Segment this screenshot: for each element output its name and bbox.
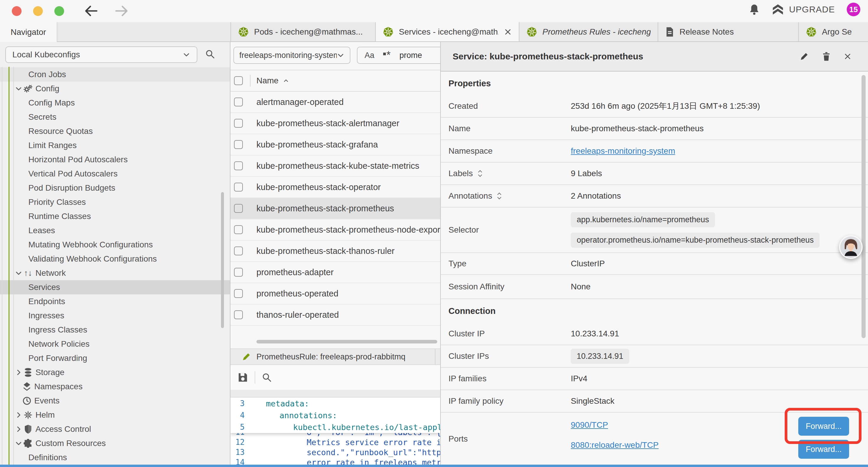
- tab-pods-icecheng-mathmas[interactable]: Pods - icecheng@mathmas...: [230, 22, 376, 41]
- save-icon[interactable]: [238, 372, 248, 383]
- tree-item-endpoints[interactable]: Endpoints: [0, 294, 230, 309]
- service-row-kube-prometheus-stack-thanos-ruler[interactable]: kube-prometheus-stack-thanos-ruler: [230, 241, 440, 262]
- close-icon[interactable]: [504, 28, 512, 36]
- tree-item-ingress-classes[interactable]: Ingress Classes: [0, 323, 230, 337]
- forward-button-9090-tcp[interactable]: Forward...: [798, 417, 849, 436]
- tree-item-events[interactable]: Events: [0, 394, 230, 408]
- tree-item-helm[interactable]: Helm: [0, 408, 230, 422]
- tree-item-secrets[interactable]: Secrets: [0, 110, 230, 124]
- service-row-kube-prometheus-stack-alertmanager[interactable]: kube-prometheus-stack-alertmanager: [230, 113, 440, 134]
- upgrade-button[interactable]: UPGRADE: [771, 4, 835, 16]
- tree-item-limit-ranges[interactable]: Limit Ranges: [0, 138, 230, 152]
- tree-item-leases[interactable]: Leases: [0, 224, 230, 238]
- notification-badge[interactable]: 15: [847, 3, 860, 16]
- bell-icon[interactable]: [749, 4, 760, 16]
- tree-item-vertical-pod-autoscalers[interactable]: Vertical Pod Autoscalers: [0, 167, 230, 181]
- row-checkbox[interactable]: [234, 289, 243, 298]
- minimize-window-button[interactable]: [33, 6, 43, 16]
- name-column-header[interactable]: Name: [256, 76, 279, 85]
- chevron-down-icon[interactable]: [15, 85, 23, 92]
- tab-services-icecheng-math[interactable]: Services - icecheng@math...: [376, 22, 519, 41]
- chevron-down-icon[interactable]: [15, 269, 23, 277]
- row-checkbox[interactable]: [234, 119, 243, 128]
- namespace-select[interactable]: freeleaps-monitoring-system: [234, 47, 350, 64]
- zoom-window-button[interactable]: [54, 6, 64, 16]
- service-row-kube-prometheus-stack-grafana[interactable]: kube-prometheus-stack-grafana: [230, 134, 440, 155]
- tree-item-network-policies[interactable]: Network Policies: [0, 337, 230, 351]
- tree-item-config-maps[interactable]: Config Maps: [0, 96, 230, 110]
- tree-item-definitions[interactable]: Definitions: [0, 450, 230, 465]
- tree-item-ingresses[interactable]: Ingresses: [0, 309, 230, 323]
- chevron-down-icon[interactable]: [15, 439, 23, 447]
- edit-icon[interactable]: [800, 52, 809, 61]
- detail-scrollbar[interactable]: [862, 75, 866, 338]
- service-row-thanos-ruler-operated[interactable]: thanos-ruler-operated: [230, 304, 440, 326]
- tree-item-custom-resources[interactable]: Custom Resources: [0, 436, 230, 450]
- tree-item-pod-disruption-budgets[interactable]: Pod Disruption Budgets: [0, 181, 230, 195]
- back-arrow-icon[interactable]: [85, 5, 98, 17]
- forward-button-8080-reloader-web-tcp[interactable]: Forward...: [798, 440, 849, 459]
- delete-icon[interactable]: [822, 52, 831, 61]
- yaml-editor[interactable]: 3metadata:4annotations:5kubectl.kubernet…: [230, 398, 440, 465]
- editor-link[interactable]: https://net: [422, 448, 440, 457]
- tab-prometheus-rules-icecheng[interactable]: Prometheus Rules - icecheng...: [519, 22, 658, 41]
- forward-arrow-icon[interactable]: [115, 5, 128, 17]
- tree-item-priority-classes[interactable]: Priority Classes: [0, 195, 230, 209]
- service-row-prometheus-operated[interactable]: prometheus-operated: [230, 283, 440, 304]
- port-link-9090-tcp[interactable]: 9090/TCP: [571, 420, 608, 430]
- row-checkbox[interactable]: [234, 225, 243, 234]
- tree-item-access-control[interactable]: Access Control: [0, 422, 230, 436]
- row-checkbox[interactable]: [234, 140, 243, 149]
- service-row-kube-prometheus-stack-prometheus-node-exporter[interactable]: kube-prometheus-stack-prometheus-node-ex…: [230, 219, 440, 241]
- tree-item-network[interactable]: ↑↓Network: [0, 266, 230, 280]
- row-checkbox[interactable]: [234, 268, 243, 276]
- close-icon[interactable]: [844, 53, 851, 60]
- close-window-button[interactable]: [12, 6, 22, 16]
- tree-item-services[interactable]: Services: [0, 280, 230, 294]
- sort-icon[interactable]: [496, 192, 502, 200]
- sidebar-search-icon[interactable]: [205, 49, 215, 59]
- row-checkbox[interactable]: [234, 183, 243, 192]
- select-all-checkbox[interactable]: [234, 76, 243, 85]
- row-checkbox[interactable]: [234, 310, 243, 319]
- port-link-8080-reloader-web-tcp[interactable]: 8080:reloader-web/TCP: [571, 440, 658, 450]
- tab-argo-se[interactable]: Argo Se: [799, 22, 868, 41]
- list-search-box[interactable]: Aa * prome: [357, 47, 440, 64]
- row-checkbox[interactable]: [234, 97, 243, 107]
- tree-item-horizontal-pod-autoscalers[interactable]: Horizontal Pod Autoscalers: [0, 152, 230, 167]
- sort-icon[interactable]: [477, 169, 483, 178]
- tree-item-mutating-webhook-configurations[interactable]: Mutating Webhook Configurations: [0, 238, 230, 252]
- sort-ascending-icon[interactable]: [283, 78, 289, 84]
- editor-search-icon[interactable]: [262, 372, 272, 382]
- regex-toggle[interactable]: *: [383, 52, 391, 58]
- chevron-right-icon[interactable]: [15, 425, 23, 433]
- service-row-prometheus-adapter[interactable]: prometheus-adapter: [230, 262, 440, 283]
- tree-item-namespaces[interactable]: Namespaces: [0, 380, 230, 394]
- tree-item-storage[interactable]: Storage: [0, 365, 230, 380]
- service-row-kube-prometheus-stack-kube-state-metrics[interactable]: kube-prometheus-stack-kube-state-metrics: [230, 155, 440, 177]
- tree-item-cron-jobs[interactable]: Cron Jobs: [0, 67, 230, 82]
- sidebar-scrollbar[interactable]: [221, 192, 224, 328]
- service-row-alertmanager-operated[interactable]: alertmanager-operated: [230, 92, 440, 113]
- row-checkbox[interactable]: [234, 204, 243, 213]
- tree-item-validating-webhook-configurations[interactable]: Validating Webhook Configurations: [0, 252, 230, 266]
- tree-item-runtime-classes[interactable]: Runtime Classes: [0, 209, 230, 224]
- assistant-avatar[interactable]: [839, 235, 863, 259]
- tree-item-config[interactable]: Config: [0, 82, 230, 96]
- namespace-link[interactable]: freeleaps-monitoring-system: [571, 146, 675, 156]
- tree-item-port-forwarding[interactable]: Port Forwarding: [0, 351, 230, 365]
- service-row-kube-prometheus-stack-operator[interactable]: kube-prometheus-stack-operator: [230, 177, 440, 198]
- horizontal-scrollbar[interactable]: [256, 340, 437, 344]
- editor-tab[interactable]: PrometheusRule: freeleaps-prod-rabbitmq: [230, 349, 435, 364]
- row-checkbox[interactable]: [234, 246, 243, 255]
- search-input[interactable]: prome: [399, 51, 422, 60]
- tab-release-notes[interactable]: Release Notes: [658, 22, 799, 41]
- editor-tab-partial[interactable]: [435, 349, 440, 364]
- navigator-tab[interactable]: Navigator: [11, 22, 46, 42]
- row-checkbox[interactable]: [234, 162, 243, 170]
- kubeconfig-select[interactable]: Local Kubeconfigs: [5, 47, 197, 63]
- chevron-right-icon[interactable]: [15, 411, 23, 419]
- case-toggle[interactable]: Aa: [365, 51, 374, 60]
- service-row-kube-prometheus-stack-prometheus[interactable]: kube-prometheus-stack-prometheus: [230, 198, 440, 219]
- chevron-right-icon[interactable]: [15, 369, 23, 376]
